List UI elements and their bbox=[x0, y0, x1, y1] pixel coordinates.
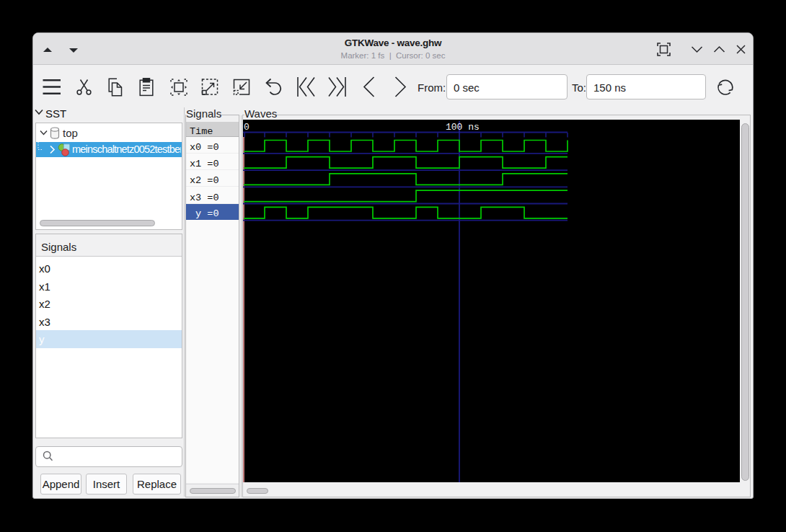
svg-text:100 ns: 100 ns bbox=[446, 122, 480, 133]
svg-text:0: 0 bbox=[244, 122, 250, 133]
